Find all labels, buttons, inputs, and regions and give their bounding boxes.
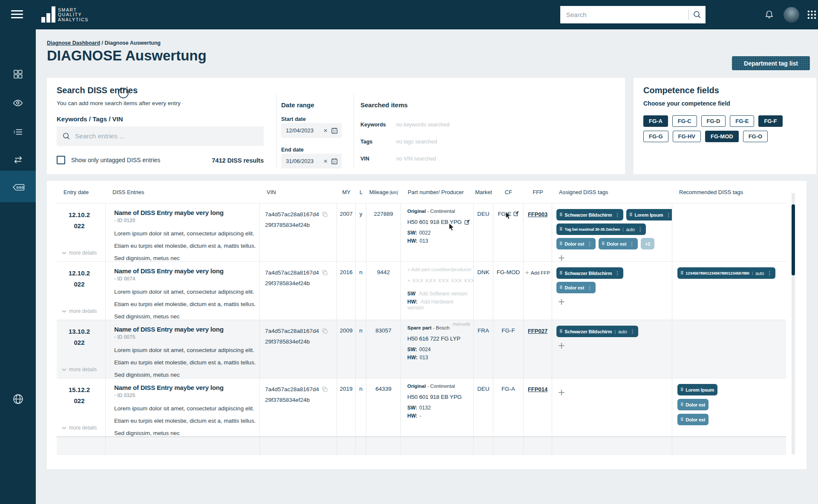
cell-market: DEU <box>474 203 493 261</box>
column-header: Entry date <box>57 189 106 195</box>
more-details-button[interactable]: more details <box>62 425 97 431</box>
competence-chip-fg-d[interactable]: FG-D <box>701 115 726 127</box>
start-date-field[interactable]: 12/04/2023 ✕ <box>281 123 342 138</box>
user-avatar[interactable] <box>783 7 799 23</box>
copy-vin-icon[interactable] <box>322 328 328 334</box>
ffp-link[interactable]: FFP003 <box>528 211 547 218</box>
sidebar-item-globe[interactable] <box>0 393 36 405</box>
date-range-title: Date range <box>281 101 314 109</box>
competence-chip-fg-a[interactable]: FG-A <box>643 115 668 127</box>
notifications-bell-icon[interactable] <box>764 10 774 20</box>
breadcrumb-link-dashboard[interactable]: Diagnose Dashboard <box>47 40 100 46</box>
diss-entry-id: - ID 0120 <box>114 218 253 223</box>
diss-tag[interactable]: ⠿Lorem Ipsum <box>677 384 717 395</box>
competence-chip-fg-e[interactable]: FG-E <box>730 115 754 127</box>
cell-diss-entry: Name of DISS Entry maybe very long- ID 0… <box>106 262 260 320</box>
edit-part-number-icon[interactable] <box>464 219 470 225</box>
competence-chip-fg-o[interactable]: FG-O <box>743 131 768 142</box>
more-details-button[interactable]: more details <box>62 308 97 314</box>
edit-cf-icon[interactable] <box>513 211 519 216</box>
copy-vin-icon[interactable] <box>322 212 328 217</box>
diss-tag[interactable]: ⠿Dolor est <box>677 414 709 425</box>
table-row: 12.10.2022more detailsName of DISS Entry… <box>57 262 786 320</box>
part-condition: Original - Continental <box>407 384 470 389</box>
table-scrollbar-thumb[interactable] <box>792 204 795 275</box>
global-search-input[interactable] <box>560 11 688 18</box>
diss-tag[interactable]: ⠿Schwarzer Bildschirm|auto⋮ <box>556 326 638 337</box>
chevron-down-icon <box>62 368 66 371</box>
competence-chip-fg-mod[interactable]: FG-MOD <box>705 131 739 142</box>
competence-chip-fg-c[interactable]: FG-C <box>672 115 697 127</box>
clear-end-date-icon[interactable]: ✕ <box>323 158 328 164</box>
ffp-link[interactable]: FFP027 <box>528 328 547 334</box>
empty-cell <box>356 437 366 455</box>
search-icon <box>63 132 70 140</box>
sidebar-item-dashboard[interactable] <box>0 69 36 79</box>
table-row: 15.12.2022more detailsName of DISS Entry… <box>57 378 786 437</box>
cell-assigned-tags: ⠿Schwarzer Bildschirm|auto⋮+ <box>552 320 672 378</box>
competence-chip-fg-g[interactable]: FG-G <box>643 131 668 142</box>
diss-tag[interactable]: ⠿Lorem Ipsum⋮ <box>626 209 672 220</box>
app-logo[interactable]: SMARTQUALITYANALYTICS <box>41 6 89 23</box>
entry-date: 13.10.2022 <box>63 326 95 348</box>
tag-row: ⠿Schwarzer Bildschirm|auto⋮ <box>556 326 670 337</box>
diss-tag[interactable]: ⠿Schwarzer Bildschirm⋮ <box>556 209 623 220</box>
cell-vin: 7a4d57ac28a8167d429f3785834ef24b <box>260 203 337 261</box>
calendar-icon[interactable] <box>331 158 338 165</box>
cell-l-flag: n <box>356 262 366 320</box>
sidebar-item-watch[interactable] <box>0 97 36 109</box>
diss-tag[interactable]: ⠿Dolor est⋮ <box>556 282 596 293</box>
chevron-down-icon <box>62 310 66 313</box>
add-part-condition-button[interactable]: + Add part condition/producer <box>407 267 470 272</box>
entries-search-field[interactable] <box>57 126 264 146</box>
sidebar-item-list[interactable] <box>0 126 36 137</box>
more-details-button[interactable]: more details <box>62 250 97 256</box>
search-icon[interactable] <box>689 11 706 19</box>
diss-tag[interactable]: ⠿123456789012345678901234567890|auto⋮ <box>677 267 775 279</box>
sidebar-item-diss[interactable]: DISS <box>0 183 36 192</box>
calendar-icon[interactable] <box>331 127 338 134</box>
add-tag-button[interactable]: + <box>556 388 567 397</box>
copy-vin-icon[interactable] <box>322 270 328 275</box>
empty-cell <box>474 437 493 455</box>
diss-tag[interactable]: ⠿Dolor est <box>677 399 709 410</box>
entries-search-input[interactable] <box>75 132 258 140</box>
add-tag-button[interactable]: + <box>556 341 567 350</box>
end-date-field[interactable]: 31/06/2023 ✕ <box>281 154 342 169</box>
apps-grid-icon[interactable] <box>807 10 817 20</box>
column-header: Recommended DISS tags <box>672 189 786 195</box>
competence-chip-fg-hv[interactable]: FG-HV <box>673 131 701 142</box>
diss-tag[interactable]: ⠿Dolor est⋮ <box>556 238 596 249</box>
table-scrollbar-track[interactable] <box>792 193 795 455</box>
searched-keywords-value: no keywords searched <box>396 122 449 128</box>
cell-ffp: FFP027 <box>524 320 552 378</box>
diss-entry-title[interactable]: Name of DISS Entry maybe very long <box>114 384 253 391</box>
sidebar-item-transfer[interactable] <box>0 154 36 166</box>
department-tag-list-button[interactable]: Department tag list <box>732 56 810 70</box>
cell-l-flag: y <box>356 203 366 261</box>
clear-start-date-icon[interactable]: ✕ <box>323 128 328 134</box>
diss-tag[interactable]: ⠿Schwarzer Bildschirm⋮ <box>556 267 623 279</box>
diss-tag[interactable]: ⠿Tag bei maximal 30-35 Zeichen|auto⋮ <box>556 223 646 235</box>
copy-vin-icon[interactable] <box>322 387 328 392</box>
add-tag-button[interactable]: + <box>556 253 567 261</box>
diss-entry-title[interactable]: Name of DISS Entry maybe very long <box>114 326 253 333</box>
diss-tag[interactable]: +2 <box>641 238 654 249</box>
copy-icon <box>322 212 328 217</box>
diss-entry-title[interactable]: Name of DISS Entry maybe very long <box>114 209 253 216</box>
competence-chip-fg-f[interactable]: FG-F <box>758 115 782 127</box>
diss-tag[interactable]: ⠿Dolor est⋮ <box>599 238 638 249</box>
cell-diss-entry: Name of DISS Entry maybe very long- ID 0… <box>106 203 260 261</box>
global-search-field[interactable] <box>560 6 706 23</box>
chevron-down-icon <box>62 252 66 255</box>
add-part-number-button[interactable]: + XXX XXX XXX XXX XXX <box>407 278 470 283</box>
edit-icon <box>513 211 519 216</box>
diss-entry-title[interactable]: Name of DISS Entry maybe very long <box>114 267 253 275</box>
hamburger-menu-icon[interactable] <box>11 10 23 19</box>
ffp-link[interactable]: FFP014 <box>528 386 547 392</box>
column-header: Part number/ Producer <box>401 189 474 195</box>
add-ffp-button[interactable]: + Add FFP <box>525 270 550 275</box>
copy-icon <box>322 387 328 392</box>
more-details-button[interactable]: more details <box>62 367 97 372</box>
add-tag-button[interactable]: + <box>556 297 567 306</box>
